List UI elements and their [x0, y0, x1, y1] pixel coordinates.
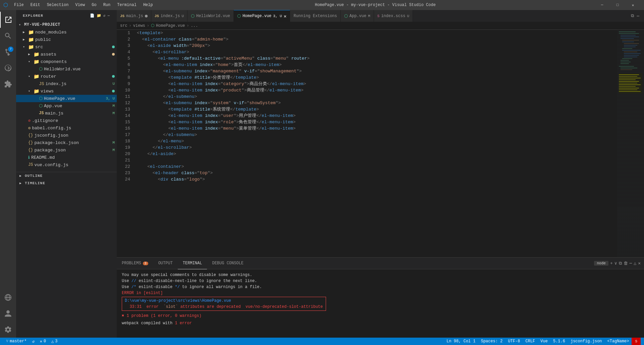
tree-homepage-vue[interactable]: ⬡ HomePage.vue 3, U: [16, 95, 117, 102]
tree-main-js[interactable]: JS main.js M: [16, 110, 117, 117]
window-maximize[interactable]: □: [610, 0, 625, 10]
code-editor[interactable]: 12345 678910 1112131415 1617181920 21222…: [117, 30, 617, 257]
activity-accounts[interactable]: [0, 305, 16, 322]
activity-run[interactable]: [0, 60, 16, 76]
menu-file[interactable]: File: [11, 3, 27, 7]
window-close[interactable]: ✕: [625, 0, 641, 10]
terminal-content[interactable]: You may use special comments to disable …: [117, 269, 644, 338]
arrow-icon: ▶: [28, 52, 34, 56]
collapse-icon[interactable]: ⋯: [107, 13, 110, 18]
status-warnings[interactable]: △ 3: [49, 338, 60, 345]
code-line: </el-scrollbar>: [137, 144, 617, 151]
breadcrumb-src[interactable]: src: [120, 23, 127, 28]
outline-header[interactable]: ▶ OUTLINE: [16, 172, 117, 180]
activity-remote[interactable]: [0, 289, 16, 305]
activity-explorer[interactable]: [0, 12, 16, 28]
node-indicator: node: [594, 261, 608, 266]
status-branch[interactable]: ⑂ master*: [3, 338, 29, 345]
code-line: <el-container class="admin-home">: [137, 36, 617, 43]
refresh-icon[interactable]: ↺: [103, 13, 106, 18]
tree-node-modules[interactable]: ▶ 📁 node_modules: [16, 28, 117, 36]
svg-rect-17: [624, 53, 641, 54]
tab-main-js[interactable]: JS main.js: [117, 10, 151, 22]
tree-views[interactable]: ▾ 📁 views: [16, 87, 117, 95]
line-numbers: 12345 678910 1112131415 1617181920 21222…: [117, 30, 133, 257]
tab-index-scss[interactable]: S index.scss U: [374, 10, 413, 22]
tab-running-extensions[interactable]: Running Extensions: [290, 10, 341, 22]
tab-label: index.scss: [381, 14, 405, 18]
warning-count: 3: [55, 339, 57, 344]
svg-rect-10: [622, 42, 634, 42]
breadcrumb-file[interactable]: HomePage.vue: [156, 23, 185, 28]
status-version[interactable]: 5.1.6: [550, 338, 568, 345]
status-spaces[interactable]: Spaces: 2: [478, 338, 505, 345]
status-language[interactable]: Vue: [538, 338, 550, 345]
tab-index-js[interactable]: JS index.js U: [151, 10, 187, 22]
menu-go[interactable]: Go: [88, 3, 100, 7]
tree-readme[interactable]: ℹ README.md: [16, 154, 117, 161]
tree-package-json[interactable]: {} package.json M: [16, 146, 117, 154]
panel-tab-terminal[interactable]: TERMINAL: [178, 258, 207, 269]
terminal-more-icon[interactable]: ⋯: [630, 261, 632, 266]
code-content[interactable]: <template> <el-container class="admin-ho…: [133, 30, 617, 257]
status-eol[interactable]: CRLF: [523, 338, 538, 345]
menu-edit[interactable]: Edit: [27, 3, 44, 7]
new-folder-icon[interactable]: 📁: [97, 13, 102, 18]
svg-rect-24: [619, 66, 634, 67]
panel-maximize-icon[interactable]: △: [634, 261, 636, 266]
tree-babel-config[interactable]: ⚙ babel.config.js: [16, 124, 117, 132]
panel-close-icon[interactable]: ✕: [638, 261, 641, 266]
tab-homepage-vue[interactable]: ⬡ HomePage.vue 3, U ✕: [234, 10, 290, 22]
tree-public[interactable]: ▶ 📁 public: [16, 36, 117, 43]
activity-search[interactable]: [0, 28, 16, 44]
status-position[interactable]: Ln 98, Col 1: [444, 338, 478, 345]
window-minimize[interactable]: ─: [594, 0, 610, 10]
tab-helloworld-vue[interactable]: ⬡ HelloWorld.vue: [187, 10, 234, 22]
status-config[interactable]: jsconfig.json: [568, 338, 605, 345]
status-sync[interactable]: ↺: [29, 338, 37, 345]
panel-tab-output[interactable]: OUTPUT: [153, 258, 178, 269]
tree-package-lock-json[interactable]: {} package-lock.json M: [16, 139, 117, 146]
status-tagname[interactable]: <TagName>: [605, 338, 632, 345]
status-sogou[interactable]: S: [632, 338, 641, 345]
status-errors[interactable]: ✕ 0: [37, 338, 49, 345]
split-editor-icon[interactable]: ⧉: [631, 13, 634, 18]
menu-help[interactable]: Help: [140, 3, 156, 7]
tree-label: node_modules: [35, 30, 117, 35]
tab-actions-icon[interactable]: ⋯: [637, 13, 639, 19]
tree-jsconfig-json[interactable]: {} jsconfig.json: [16, 132, 117, 139]
tree-gitignore[interactable]: ⊘ .gitignore: [16, 117, 117, 124]
terminal-file-path: D:\vue\my-vue-project\src\views\HomePage…: [125, 298, 323, 304]
delete-terminal-icon[interactable]: 🗑: [624, 261, 628, 266]
panel-tab-debug-console[interactable]: DEBUG CONSOLE: [207, 258, 249, 269]
tree-helloworld-vue[interactable]: ⬡ HelloWorld.vue: [16, 65, 117, 73]
activity-settings[interactable]: [0, 322, 16, 338]
activity-extensions[interactable]: [0, 76, 16, 92]
timeline-header[interactable]: ▶ TIMELINE: [16, 180, 117, 187]
menu-selection[interactable]: Selection: [44, 3, 72, 7]
breadcrumb-views[interactable]: views: [133, 23, 145, 28]
tree-src[interactable]: ▾ 📁 src: [16, 43, 117, 51]
tree-vue-config[interactable]: JS vue.config.js: [16, 161, 117, 168]
activity-source-control[interactable]: 7: [0, 44, 16, 60]
split-terminal-icon[interactable]: ⧉: [619, 261, 622, 266]
tab-app-vue[interactable]: ⬡ App.vue M: [341, 10, 374, 22]
tree-assets[interactable]: ▶ 📁 assets: [16, 51, 117, 58]
tree-components[interactable]: ▾ 📁 components: [16, 58, 117, 65]
menu-view[interactable]: View: [72, 3, 88, 7]
project-root[interactable]: ▾ MY-VUE-PROJECT: [16, 21, 117, 28]
new-file-icon[interactable]: 📄: [90, 13, 95, 18]
breadcrumb-symbol[interactable]: ...: [191, 23, 198, 28]
panel-tab-problems[interactable]: PROBLEMS 3: [117, 258, 153, 269]
status-encoding[interactable]: UTF-8: [505, 338, 523, 345]
tree-router-index[interactable]: JS index.js U: [16, 80, 117, 87]
tree-app-vue[interactable]: ⬡ App.vue M: [16, 102, 117, 110]
menu-run[interactable]: Run: [100, 3, 114, 7]
add-terminal-icon[interactable]: +: [610, 261, 613, 266]
sidebar-header-actions[interactable]: 📄 📁 ↺ ⋯: [90, 13, 110, 18]
menu-terminal[interactable]: Terminal: [114, 3, 140, 7]
tree-router[interactable]: ▾ 📁 router: [16, 73, 117, 80]
terminal-options-icon[interactable]: ∨: [614, 261, 617, 266]
vue-icon: ⬡: [191, 13, 195, 19]
tab-close-button[interactable]: ✕: [284, 13, 286, 19]
